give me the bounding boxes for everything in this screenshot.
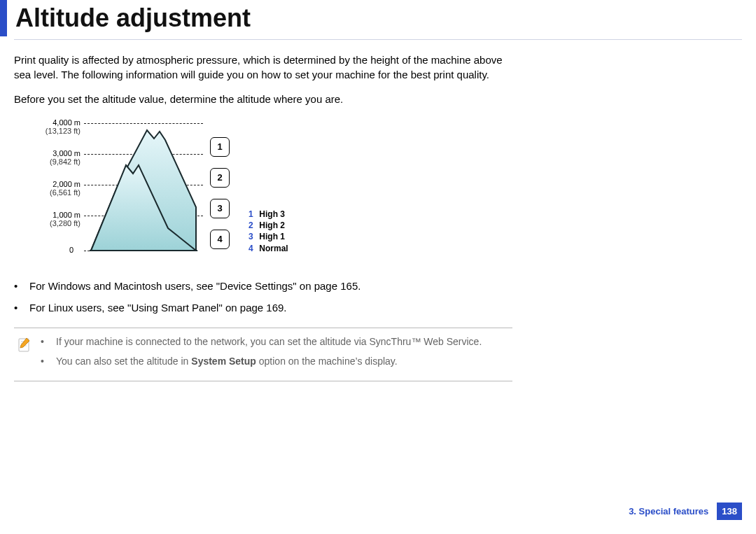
altitude-meters: 1,000 m bbox=[52, 211, 80, 219]
note-text: You can also set the altitude in System … bbox=[56, 355, 398, 369]
note-item: • If your machine is connected to the ne… bbox=[41, 335, 482, 349]
altitude-diagram: 4,000 m (13,123 ft) 3,000 m (9,842 ft) 2… bbox=[14, 116, 315, 270]
title-row: Altitude adjustment bbox=[0, 0, 756, 36]
mountain-icon bbox=[84, 116, 203, 256]
main-content: Print quality is affected by atmospheric… bbox=[0, 52, 532, 381]
legend-label: High 1 bbox=[259, 232, 285, 241]
altitude-label-2000: 2,000 m (6,561 ft) bbox=[50, 181, 80, 197]
altitude-feet: (9,842 ft) bbox=[50, 157, 80, 166]
legend-num: 2 bbox=[248, 220, 257, 231]
zone-box-4: 4 bbox=[210, 230, 230, 249]
note-callout: • If your machine is connected to the ne… bbox=[14, 328, 512, 381]
legend-label: High 2 bbox=[259, 220, 285, 230]
reference-list: • For Windows and Macintosh users, see "… bbox=[14, 279, 518, 315]
note-text: If your machine is connected to the netw… bbox=[56, 335, 482, 349]
bullet-icon: • bbox=[41, 335, 56, 349]
altitude-feet: (6,561 ft) bbox=[50, 188, 80, 197]
legend-label: Normal bbox=[259, 244, 288, 253]
note-pencil-icon bbox=[18, 337, 31, 352]
reference-item: • For Windows and Macintosh users, see "… bbox=[14, 279, 518, 293]
intro-paragraph-2: Before you set the altitude value, deter… bbox=[14, 92, 518, 106]
reference-item: • For Linux users, see "Using Smart Pane… bbox=[14, 300, 518, 315]
bullet-icon: • bbox=[41, 355, 56, 369]
legend-row: 1 High 3 bbox=[248, 209, 288, 220]
title-accent-bar bbox=[0, 0, 7, 36]
note-item: • You can also set the altitude in Syste… bbox=[41, 355, 482, 369]
note-list: • If your machine is connected to the ne… bbox=[41, 335, 482, 374]
altitude-label-4000: 4,000 m (13,123 ft) bbox=[46, 119, 80, 135]
bullet-icon: • bbox=[14, 300, 29, 315]
page-number: 138 bbox=[717, 503, 742, 520]
legend-num: 3 bbox=[248, 231, 257, 242]
bullet-icon: • bbox=[14, 279, 29, 293]
legend-row: 2 High 2 bbox=[248, 220, 288, 231]
title-rule bbox=[14, 39, 742, 40]
altitude-label-0: 0 bbox=[69, 246, 74, 255]
altitude-meters: 2,000 m bbox=[52, 180, 80, 188]
altitude-meters: 4,000 m bbox=[52, 118, 80, 127]
legend-num: 4 bbox=[248, 243, 257, 254]
altitude-meters: 3,000 m bbox=[52, 149, 80, 157]
altitude-feet: (3,280 ft) bbox=[50, 219, 80, 227]
reference-text: For Linux users, see "Using Smart Panel"… bbox=[29, 300, 287, 315]
altitude-feet: (13,123 ft) bbox=[46, 127, 80, 135]
legend-row: 4 Normal bbox=[248, 243, 288, 254]
zone-box-1: 1 bbox=[210, 137, 230, 157]
legend-row: 3 High 1 bbox=[248, 231, 288, 242]
intro-paragraph-1: Print quality is affected by atmospheric… bbox=[14, 52, 518, 82]
footer-section-label: 3. Special features bbox=[629, 506, 708, 517]
page-title: Altitude adjustment bbox=[7, 0, 251, 36]
page-footer: 3. Special features 138 bbox=[629, 503, 742, 520]
altitude-meters: 0 bbox=[69, 246, 74, 254]
legend-num: 1 bbox=[248, 209, 257, 220]
legend-label: High 3 bbox=[259, 209, 285, 219]
diagram-legend: 1 High 3 2 High 2 3 High 1 4 Normal bbox=[248, 209, 288, 254]
zone-box-2: 2 bbox=[210, 168, 230, 188]
altitude-label-3000: 3,000 m (9,842 ft) bbox=[50, 150, 80, 166]
zone-box-3: 3 bbox=[210, 199, 230, 218]
altitude-label-1000: 1,000 m (3,280 ft) bbox=[50, 211, 80, 227]
reference-text: For Windows and Macintosh users, see "De… bbox=[29, 279, 360, 293]
